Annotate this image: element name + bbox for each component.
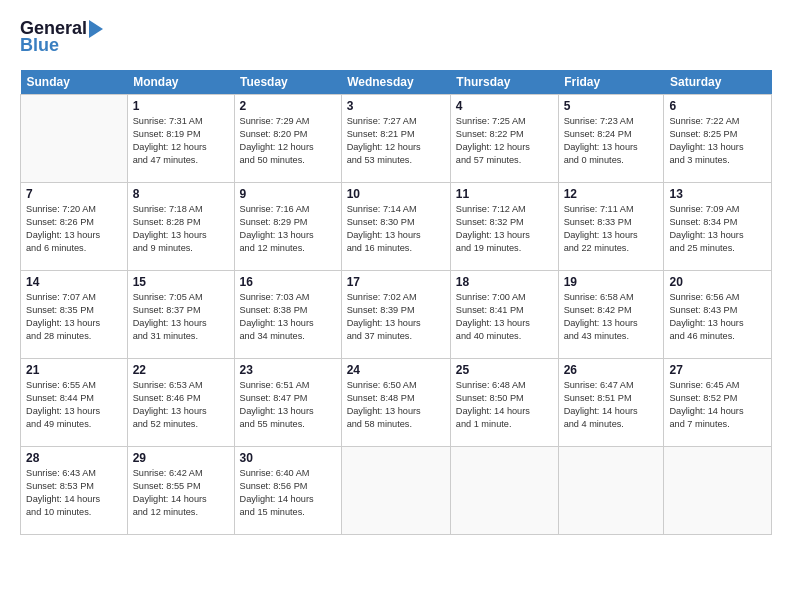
day-number: 8 xyxy=(133,187,229,201)
day-number: 11 xyxy=(456,187,553,201)
header: General Blue xyxy=(20,18,772,56)
table-row: 22Sunrise: 6:53 AMSunset: 8:46 PMDayligh… xyxy=(127,359,234,447)
table-row: 20Sunrise: 6:56 AMSunset: 8:43 PMDayligh… xyxy=(664,271,772,359)
day-info: Sunrise: 7:16 AMSunset: 8:29 PMDaylight:… xyxy=(240,203,336,255)
table-row: 19Sunrise: 6:58 AMSunset: 8:42 PMDayligh… xyxy=(558,271,664,359)
table-row: 6Sunrise: 7:22 AMSunset: 8:25 PMDaylight… xyxy=(664,95,772,183)
day-info: Sunrise: 6:48 AMSunset: 8:50 PMDaylight:… xyxy=(456,379,553,431)
weekday-header-friday: Friday xyxy=(558,70,664,95)
table-row: 28Sunrise: 6:43 AMSunset: 8:53 PMDayligh… xyxy=(21,447,128,535)
day-number: 25 xyxy=(456,363,553,377)
table-row xyxy=(21,95,128,183)
day-info: Sunrise: 6:58 AMSunset: 8:42 PMDaylight:… xyxy=(564,291,659,343)
day-number: 22 xyxy=(133,363,229,377)
day-number: 27 xyxy=(669,363,766,377)
table-row xyxy=(341,447,450,535)
day-number: 1 xyxy=(133,99,229,113)
day-info: Sunrise: 6:50 AMSunset: 8:48 PMDaylight:… xyxy=(347,379,445,431)
week-row-3: 14Sunrise: 7:07 AMSunset: 8:35 PMDayligh… xyxy=(21,271,772,359)
table-row: 1Sunrise: 7:31 AMSunset: 8:19 PMDaylight… xyxy=(127,95,234,183)
day-number: 19 xyxy=(564,275,659,289)
table-row: 18Sunrise: 7:00 AMSunset: 8:41 PMDayligh… xyxy=(450,271,558,359)
table-row: 24Sunrise: 6:50 AMSunset: 8:48 PMDayligh… xyxy=(341,359,450,447)
table-row: 16Sunrise: 7:03 AMSunset: 8:38 PMDayligh… xyxy=(234,271,341,359)
table-row xyxy=(450,447,558,535)
day-info: Sunrise: 7:14 AMSunset: 8:30 PMDaylight:… xyxy=(347,203,445,255)
day-number: 10 xyxy=(347,187,445,201)
table-row: 27Sunrise: 6:45 AMSunset: 8:52 PMDayligh… xyxy=(664,359,772,447)
day-info: Sunrise: 6:42 AMSunset: 8:55 PMDaylight:… xyxy=(133,467,229,519)
table-row: 4Sunrise: 7:25 AMSunset: 8:22 PMDaylight… xyxy=(450,95,558,183)
day-number: 14 xyxy=(26,275,122,289)
day-number: 29 xyxy=(133,451,229,465)
day-number: 23 xyxy=(240,363,336,377)
day-info: Sunrise: 7:18 AMSunset: 8:28 PMDaylight:… xyxy=(133,203,229,255)
table-row: 17Sunrise: 7:02 AMSunset: 8:39 PMDayligh… xyxy=(341,271,450,359)
day-info: Sunrise: 7:25 AMSunset: 8:22 PMDaylight:… xyxy=(456,115,553,167)
day-info: Sunrise: 7:03 AMSunset: 8:38 PMDaylight:… xyxy=(240,291,336,343)
day-number: 30 xyxy=(240,451,336,465)
weekday-header-thursday: Thursday xyxy=(450,70,558,95)
day-info: Sunrise: 7:11 AMSunset: 8:33 PMDaylight:… xyxy=(564,203,659,255)
weekday-header-monday: Monday xyxy=(127,70,234,95)
week-row-4: 21Sunrise: 6:55 AMSunset: 8:44 PMDayligh… xyxy=(21,359,772,447)
day-info: Sunrise: 6:47 AMSunset: 8:51 PMDaylight:… xyxy=(564,379,659,431)
day-info: Sunrise: 7:07 AMSunset: 8:35 PMDaylight:… xyxy=(26,291,122,343)
day-number: 16 xyxy=(240,275,336,289)
table-row: 26Sunrise: 6:47 AMSunset: 8:51 PMDayligh… xyxy=(558,359,664,447)
page: General Blue SundayMondayTuesdayWednesda… xyxy=(0,0,792,545)
table-row: 2Sunrise: 7:29 AMSunset: 8:20 PMDaylight… xyxy=(234,95,341,183)
day-number: 15 xyxy=(133,275,229,289)
table-row: 15Sunrise: 7:05 AMSunset: 8:37 PMDayligh… xyxy=(127,271,234,359)
day-info: Sunrise: 6:45 AMSunset: 8:52 PMDaylight:… xyxy=(669,379,766,431)
day-number: 6 xyxy=(669,99,766,113)
logo: General Blue xyxy=(20,18,103,56)
table-row: 5Sunrise: 7:23 AMSunset: 8:24 PMDaylight… xyxy=(558,95,664,183)
table-row: 7Sunrise: 7:20 AMSunset: 8:26 PMDaylight… xyxy=(21,183,128,271)
day-info: Sunrise: 7:20 AMSunset: 8:26 PMDaylight:… xyxy=(26,203,122,255)
table-row: 13Sunrise: 7:09 AMSunset: 8:34 PMDayligh… xyxy=(664,183,772,271)
day-number: 24 xyxy=(347,363,445,377)
table-row: 12Sunrise: 7:11 AMSunset: 8:33 PMDayligh… xyxy=(558,183,664,271)
day-info: Sunrise: 6:43 AMSunset: 8:53 PMDaylight:… xyxy=(26,467,122,519)
week-row-1: 1Sunrise: 7:31 AMSunset: 8:19 PMDaylight… xyxy=(21,95,772,183)
table-row: 14Sunrise: 7:07 AMSunset: 8:35 PMDayligh… xyxy=(21,271,128,359)
table-row: 11Sunrise: 7:12 AMSunset: 8:32 PMDayligh… xyxy=(450,183,558,271)
table-row: 30Sunrise: 6:40 AMSunset: 8:56 PMDayligh… xyxy=(234,447,341,535)
weekday-header-sunday: Sunday xyxy=(21,70,128,95)
weekday-header-wednesday: Wednesday xyxy=(341,70,450,95)
day-number: 17 xyxy=(347,275,445,289)
day-number: 12 xyxy=(564,187,659,201)
table-row: 10Sunrise: 7:14 AMSunset: 8:30 PMDayligh… xyxy=(341,183,450,271)
day-number: 3 xyxy=(347,99,445,113)
table-row: 8Sunrise: 7:18 AMSunset: 8:28 PMDaylight… xyxy=(127,183,234,271)
table-row xyxy=(664,447,772,535)
day-number: 13 xyxy=(669,187,766,201)
weekday-header-tuesday: Tuesday xyxy=(234,70,341,95)
logo-arrow-icon xyxy=(89,20,103,38)
day-info: Sunrise: 6:56 AMSunset: 8:43 PMDaylight:… xyxy=(669,291,766,343)
table-row: 21Sunrise: 6:55 AMSunset: 8:44 PMDayligh… xyxy=(21,359,128,447)
day-number: 21 xyxy=(26,363,122,377)
logo-blue: Blue xyxy=(20,35,59,56)
day-info: Sunrise: 7:09 AMSunset: 8:34 PMDaylight:… xyxy=(669,203,766,255)
day-info: Sunrise: 7:29 AMSunset: 8:20 PMDaylight:… xyxy=(240,115,336,167)
day-number: 18 xyxy=(456,275,553,289)
table-row xyxy=(558,447,664,535)
day-info: Sunrise: 7:27 AMSunset: 8:21 PMDaylight:… xyxy=(347,115,445,167)
day-info: Sunrise: 7:31 AMSunset: 8:19 PMDaylight:… xyxy=(133,115,229,167)
day-number: 4 xyxy=(456,99,553,113)
day-info: Sunrise: 7:22 AMSunset: 8:25 PMDaylight:… xyxy=(669,115,766,167)
table-row: 23Sunrise: 6:51 AMSunset: 8:47 PMDayligh… xyxy=(234,359,341,447)
day-info: Sunrise: 6:40 AMSunset: 8:56 PMDaylight:… xyxy=(240,467,336,519)
day-number: 5 xyxy=(564,99,659,113)
day-number: 2 xyxy=(240,99,336,113)
day-info: Sunrise: 7:00 AMSunset: 8:41 PMDaylight:… xyxy=(456,291,553,343)
day-info: Sunrise: 7:23 AMSunset: 8:24 PMDaylight:… xyxy=(564,115,659,167)
weekday-header-saturday: Saturday xyxy=(664,70,772,95)
day-info: Sunrise: 7:05 AMSunset: 8:37 PMDaylight:… xyxy=(133,291,229,343)
day-number: 7 xyxy=(26,187,122,201)
day-number: 9 xyxy=(240,187,336,201)
table-row: 29Sunrise: 6:42 AMSunset: 8:55 PMDayligh… xyxy=(127,447,234,535)
day-info: Sunrise: 7:02 AMSunset: 8:39 PMDaylight:… xyxy=(347,291,445,343)
